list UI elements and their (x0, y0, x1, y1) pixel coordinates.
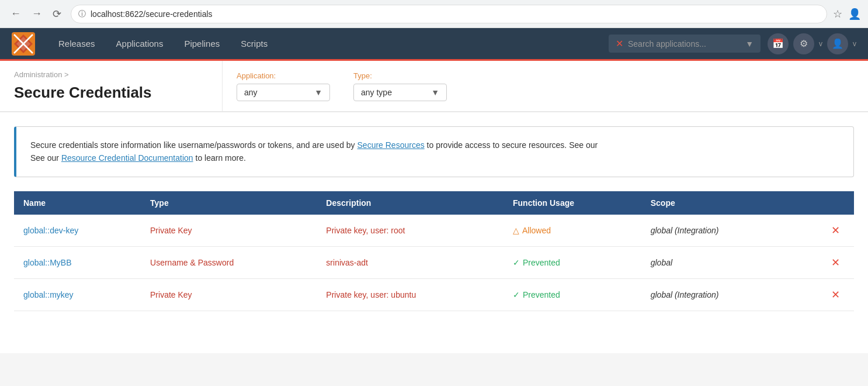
cell-description: Private key, user: ubuntu (317, 278, 504, 311)
table-body: global::dev-key Private Key Private key,… (14, 215, 854, 311)
credential-link[interactable]: global::MyBB (23, 258, 71, 267)
col-actions (791, 191, 854, 215)
page-content: Administration > Secure Credentials Appl… (0, 61, 868, 353)
filter-section: Application: any ▼ Type: any type ▼ (222, 61, 461, 111)
nav-applications[interactable]: Applications (107, 34, 173, 53)
nav-pipelines[interactable]: Pipelines (175, 34, 229, 53)
header-icons: 📅 ⚙ v 👤 v (768, 33, 856, 54)
credentials-table: Name Type Description Function Usage Sco… (14, 191, 854, 311)
col-scope: Scope (641, 191, 791, 215)
type-filter-label: Type: (353, 71, 447, 80)
cell-scope: global (Integration) (641, 215, 791, 247)
browser-navigation: ← → ⟳ (7, 6, 65, 22)
cell-scope: global (Integration) (641, 278, 791, 311)
application-chevron-icon: ▼ (314, 88, 322, 97)
col-type: Type (141, 191, 317, 215)
settings-button[interactable]: ⚙ (793, 33, 814, 54)
table-header: Name Type Description Function Usage Sco… (14, 191, 854, 215)
search-bar[interactable]: ✕ ▼ (609, 35, 761, 53)
table-row: global::MyBB Username & Password sriniva… (14, 246, 854, 278)
browser-actions: ☆ 👤 (833, 8, 861, 20)
url-bar[interactable]: ⓘ localhost:8622/secure-credentials (71, 5, 827, 23)
cell-name: global::MyBB (14, 246, 141, 278)
table-row: global::mykey Private Key Private key, u… (14, 278, 854, 311)
table-header-row: Name Type Description Function Usage Sco… (14, 191, 854, 215)
cell-delete: ✕ (791, 246, 854, 278)
url-text: localhost:8622/secure-credentials (91, 9, 820, 19)
cell-type: Private Key (141, 215, 317, 247)
cell-function-usage: ✓ Prevented (504, 246, 641, 278)
credentials-table-container: Name Type Description Function Usage Sco… (14, 191, 854, 311)
main-nav: Releases Applications Pipelines Scripts (49, 34, 609, 53)
delete-button[interactable]: ✕ (827, 223, 845, 238)
delete-button[interactable]: ✕ (827, 287, 845, 302)
page-header: Administration > Secure Credentials Appl… (0, 61, 868, 112)
cell-name: global::mykey (14, 278, 141, 311)
secure-resources-link[interactable]: Secure Resources (357, 140, 425, 150)
cell-description: srinivas-adt (317, 246, 504, 278)
cell-function-usage: ✓ Prevented (504, 278, 641, 311)
refresh-button[interactable]: ⟳ (49, 6, 65, 22)
bookmark-icon[interactable]: ☆ (833, 8, 842, 20)
application-filter-value: any (244, 88, 258, 97)
info-box: Secure credentials store information lik… (14, 126, 854, 177)
page-title-section: Administration > Secure Credentials (0, 61, 222, 111)
app-header: Releases Applications Pipelines Scripts … (0, 28, 868, 61)
settings-user-sep: v (819, 40, 822, 48)
application-filter-select[interactable]: any ▼ (237, 84, 330, 101)
table-row: global::dev-key Private Key Private key,… (14, 215, 854, 247)
back-button[interactable]: ← (7, 6, 25, 22)
cell-name: global::dev-key (14, 215, 141, 247)
type-filter-value: any type (361, 88, 392, 97)
cell-type: Private Key (141, 278, 317, 311)
calendar-button[interactable]: 📅 (768, 33, 789, 54)
credential-link[interactable]: global::mykey (23, 290, 74, 299)
col-name: Name (14, 191, 141, 215)
cell-function-usage: △ Allowed (504, 215, 641, 247)
page-title: Secure Credentials (14, 84, 208, 102)
col-function-usage: Function Usage (504, 191, 641, 215)
application-filter: Application: any ▼ (237, 71, 330, 101)
type-filter-select[interactable]: any type ▼ (353, 84, 447, 101)
type-filter: Type: any type ▼ (353, 71, 447, 101)
cell-type: Username & Password (141, 246, 317, 278)
nav-releases[interactable]: Releases (49, 34, 105, 53)
type-chevron-icon: ▼ (431, 88, 439, 97)
cell-delete: ✕ (791, 215, 854, 247)
user-sep: v (853, 40, 856, 48)
info-text-line1: Secure credentials store information lik… (30, 139, 839, 151)
cell-scope: global (641, 246, 791, 278)
forward-button[interactable]: → (28, 6, 46, 22)
breadcrumb-admin[interactable]: Administration > (14, 70, 69, 79)
search-input[interactable] (628, 39, 741, 49)
breadcrumb: Administration > (14, 70, 208, 79)
cell-delete: ✕ (791, 278, 854, 311)
security-icon: ⓘ (78, 9, 86, 19)
delete-button[interactable]: ✕ (827, 255, 845, 270)
documentation-link[interactable]: Resource Credential Documentation (61, 153, 193, 163)
browser-bar: ← → ⟳ ⓘ localhost:8622/secure-credential… (0, 0, 868, 28)
nav-scripts[interactable]: Scripts (231, 34, 277, 53)
col-description: Description (317, 191, 504, 215)
search-dropdown-icon[interactable]: ▼ (745, 39, 754, 49)
app-logo (12, 32, 35, 56)
cell-description: Private key, user: root (317, 215, 504, 247)
info-text-line2: See our Resource Credential Documentatio… (30, 151, 839, 164)
user-button[interactable]: 👤 (827, 33, 848, 54)
profile-icon[interactable]: 👤 (848, 8, 861, 20)
credential-link[interactable]: global::dev-key (23, 226, 78, 235)
application-filter-label: Application: (237, 71, 330, 80)
search-icon: ✕ (616, 38, 623, 49)
